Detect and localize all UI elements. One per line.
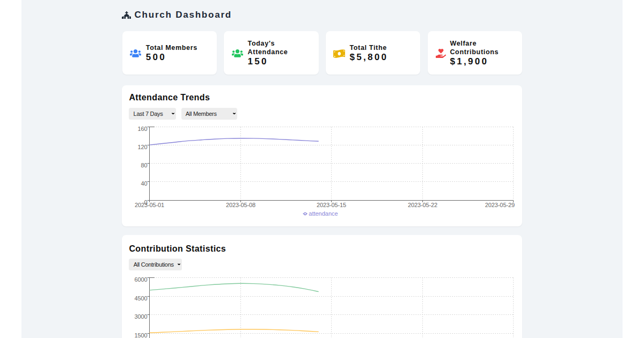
svg-text:2023-05-01: 2023-05-01 bbox=[135, 202, 164, 208]
svg-text:2023-05-08: 2023-05-08 bbox=[226, 202, 255, 208]
svg-text:2023-05-22: 2023-05-22 bbox=[408, 202, 437, 208]
svg-text:40: 40 bbox=[141, 180, 147, 187]
svg-text:attendance: attendance bbox=[309, 210, 338, 217]
svg-text:6000: 6000 bbox=[134, 276, 147, 283]
svg-text:2023-05-29: 2023-05-29 bbox=[485, 202, 515, 208]
svg-text:120: 120 bbox=[137, 144, 147, 150]
svg-text:1500: 1500 bbox=[134, 332, 147, 338]
svg-text:4500: 4500 bbox=[134, 295, 147, 302]
svg-text:3000: 3000 bbox=[134, 313, 147, 320]
svg-text:80: 80 bbox=[141, 162, 147, 168]
svg-text:2023-05-15: 2023-05-15 bbox=[317, 202, 346, 208]
svg-text:160: 160 bbox=[137, 126, 147, 132]
